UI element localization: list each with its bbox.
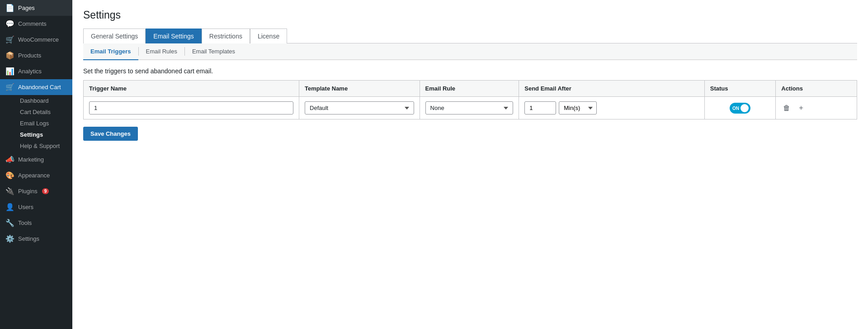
sidebar-label-products: Products: [18, 52, 41, 59]
tab-restrictions[interactable]: Restrictions: [202, 29, 250, 43]
trigger-name-cell: [84, 97, 299, 119]
sidebar-label-appearance: Appearance: [18, 172, 50, 179]
template-name-select[interactable]: Default: [305, 101, 414, 114]
sidebar-item-users[interactable]: 👤 Users: [0, 199, 72, 215]
status-cell: ON: [704, 97, 776, 119]
delete-button[interactable]: 🗑: [781, 103, 792, 113]
sidebar-label-analytics: Analytics: [18, 68, 42, 75]
sidebar-item-help-support[interactable]: Help & Support: [14, 140, 72, 152]
main-content: Settings General Settings Email Settings…: [72, 0, 868, 329]
send-after-value-input[interactable]: [524, 101, 556, 114]
template-name-cell: Default: [299, 97, 420, 119]
send-after-wrapper: Min(s) Hour(s) Day(s): [524, 101, 698, 114]
toggle-on-label: ON: [732, 105, 739, 110]
subtab-email-triggers[interactable]: Email Triggers: [83, 43, 138, 60]
sidebar-item-sub-settings[interactable]: Settings: [14, 129, 72, 140]
toggle-wrapper: ON: [710, 103, 770, 114]
sidebar-item-pages[interactable]: 📄 Pages: [0, 0, 72, 16]
sidebar-submenu: Dashboard Cart Details Email Logs Settin…: [0, 95, 72, 152]
sidebar-item-settings[interactable]: ⚙️ Settings: [0, 231, 72, 247]
sidebar-label-woocommerce: WooCommerce: [18, 36, 59, 43]
tab-license[interactable]: License: [250, 29, 287, 43]
sidebar-item-woocommerce[interactable]: 🛒 WooCommerce: [0, 32, 72, 48]
users-icon: 👤: [5, 203, 14, 211]
plugins-badge: 9: [42, 188, 49, 194]
sidebar-label-sub-settings: Settings: [20, 131, 43, 138]
sidebar-label-email-logs: Email Logs: [20, 120, 49, 127]
tools-icon: 🔧: [5, 219, 14, 227]
tabs-bar: General Settings Email Settings Restrict…: [83, 29, 857, 43]
page-title: Settings: [83, 9, 857, 21]
sidebar-label-comments: Comments: [18, 20, 47, 27]
sidebar-label-settings: Settings: [18, 235, 39, 242]
sidebar-label-abandoned-cart: Abandoned Cart: [18, 84, 61, 91]
sidebar-item-plugins[interactable]: 🔌 Plugins 9: [0, 183, 72, 199]
sidebar-item-marketing[interactable]: 📣 Marketing: [0, 152, 72, 167]
table-header-row: Trigger Name Template Name Email Rule Se…: [84, 81, 857, 97]
col-email-rule: Email Rule: [420, 81, 519, 97]
col-send-email-after: Send Email After: [519, 81, 704, 97]
toggle-slider: ON: [730, 103, 750, 114]
sidebar-item-abandoned-cart[interactable]: 🛒 Abandoned Cart: [0, 79, 72, 95]
appearance-icon: 🎨: [5, 171, 14, 180]
col-actions: Actions: [776, 81, 857, 97]
analytics-icon: 📊: [5, 67, 14, 76]
woocommerce-icon: 🛒: [5, 35, 14, 44]
col-trigger-name: Trigger Name: [84, 81, 299, 97]
sidebar-label-pages: Pages: [18, 5, 35, 11]
sidebar-item-comments[interactable]: 💬 Comments: [0, 16, 72, 32]
save-changes-button[interactable]: Save Changes: [83, 127, 138, 141]
tab-general-settings-label: General Settings: [91, 33, 138, 40]
sidebar-item-appearance[interactable]: 🎨 Appearance: [0, 167, 72, 183]
products-icon: 📦: [5, 51, 14, 60]
sidebar-label-plugins: Plugins: [18, 188, 38, 195]
tab-email-settings[interactable]: Email Settings: [146, 29, 201, 43]
description-text: Set the triggers to send abandoned cart …: [83, 67, 857, 75]
sidebar-item-tools[interactable]: 🔧 Tools: [0, 215, 72, 231]
col-status: Status: [704, 81, 776, 97]
sidebar-label-tools: Tools: [18, 219, 32, 226]
subtab-email-rules[interactable]: Email Rules: [139, 43, 184, 60]
subtab-email-templates[interactable]: Email Templates: [185, 43, 242, 60]
send-email-after-cell: Min(s) Hour(s) Day(s): [519, 97, 704, 119]
settings-icon: ⚙️: [5, 234, 14, 243]
page-content: Settings General Settings Email Settings…: [72, 0, 868, 329]
sidebar-item-dashboard[interactable]: Dashboard: [14, 95, 72, 106]
email-rule-select[interactable]: None: [425, 101, 514, 114]
table-row: Default None Min(s) Hour(s): [84, 97, 857, 119]
tab-general-settings[interactable]: General Settings: [83, 29, 146, 43]
sidebar-item-cart-details[interactable]: Cart Details: [14, 106, 72, 118]
abandoned-cart-icon: 🛒: [5, 83, 14, 91]
pages-icon: 📄: [5, 4, 14, 12]
sidebar-item-analytics[interactable]: 📊 Analytics: [0, 63, 72, 79]
email-rule-cell: None: [420, 97, 519, 119]
sidebar-item-products[interactable]: 📦 Products: [0, 48, 72, 63]
actions-cell: 🗑 ＋: [776, 97, 857, 119]
sidebar-item-email-logs[interactable]: Email Logs: [14, 118, 72, 129]
actions-wrapper: 🗑 ＋: [781, 102, 851, 114]
subtab-email-triggers-label: Email Triggers: [90, 48, 131, 55]
sidebar-label-users: Users: [18, 204, 33, 210]
subtabs-bar: Email Triggers Email Rules Email Templat…: [83, 43, 857, 60]
subtab-email-templates-label: Email Templates: [192, 48, 235, 55]
subtab-email-rules-label: Email Rules: [146, 48, 177, 55]
tab-license-label: License: [258, 33, 279, 40]
status-toggle[interactable]: ON: [730, 103, 750, 114]
add-button[interactable]: ＋: [796, 102, 807, 114]
sidebar-label-dashboard: Dashboard: [20, 97, 49, 104]
trigger-name-input[interactable]: [89, 101, 293, 114]
tab-restrictions-label: Restrictions: [209, 33, 242, 40]
tab-email-settings-label: Email Settings: [153, 33, 193, 40]
send-after-unit-select[interactable]: Min(s) Hour(s) Day(s): [559, 101, 597, 114]
sidebar-label-help-support: Help & Support: [20, 143, 60, 149]
plugins-icon: 🔌: [5, 187, 14, 195]
sidebar-label-cart-details: Cart Details: [20, 109, 51, 115]
trigger-table: Trigger Name Template Name Email Rule Se…: [83, 80, 857, 119]
sidebar-label-marketing: Marketing: [18, 156, 44, 163]
col-template-name: Template Name: [299, 81, 420, 97]
comments-icon: 💬: [5, 19, 14, 28]
sidebar: 📄 Pages 💬 Comments 🛒 WooCommerce 📦 Produ…: [0, 0, 72, 329]
marketing-icon: 📣: [5, 155, 14, 164]
